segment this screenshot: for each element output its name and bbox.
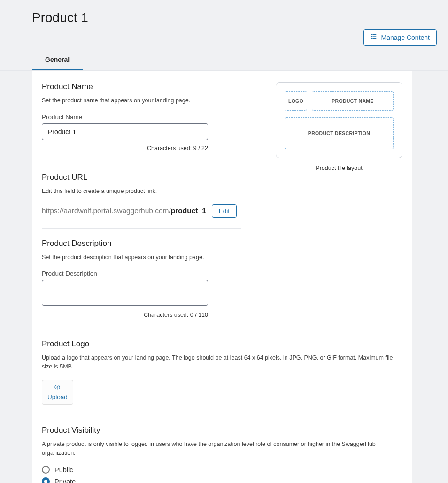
tile-name-box: PRODUCT NAME (312, 91, 394, 111)
product-url-text: https://aardwolf.portal.swaggerhub.com/p… (42, 207, 206, 215)
upload-icon (54, 385, 61, 392)
product-description-input[interactable] (42, 280, 208, 306)
product-logo-help: Upload a logo that appears on your landi… (42, 353, 402, 371)
product-name-title: Product Name (42, 82, 257, 92)
divider (42, 329, 402, 329)
manage-content-button[interactable]: Manage Content (363, 29, 437, 46)
svg-point-0 (371, 34, 372, 35)
divider (42, 415, 402, 415)
product-description-title: Product Description (42, 239, 257, 248)
tab-general[interactable]: General (32, 50, 83, 70)
visibility-private-radio[interactable] (42, 477, 50, 483)
visibility-title: Product Visibility (42, 426, 402, 435)
product-description-help: Set the product description that appears… (42, 253, 257, 262)
visibility-public-radio[interactable] (42, 466, 50, 474)
product-name-input[interactable] (42, 123, 208, 140)
tile-desc-box: PRODUCT DESCRIPTION (285, 117, 394, 149)
svg-point-2 (371, 36, 372, 37)
visibility-private-label: Private (54, 478, 76, 483)
product-name-label: Product Name (42, 114, 257, 121)
product-name-help: Set the product name that appears on you… (42, 96, 257, 105)
product-url-help: Edit this field to create a unique produ… (42, 187, 257, 196)
list-icon (371, 33, 377, 41)
tile-caption: Product tile layout (276, 165, 402, 171)
upload-label: Upload (47, 393, 68, 400)
visibility-help: A private product is only visible to log… (42, 440, 402, 458)
page-title: Product 1 (0, 0, 448, 29)
product-logo-title: Product Logo (42, 339, 402, 349)
tab-bar: General (0, 50, 448, 71)
product-url-title: Product URL (42, 173, 257, 182)
tile-logo-box: LOGO (285, 91, 307, 111)
svg-point-4 (371, 38, 372, 39)
product-name-charcount: Characters used: 9 / 22 (42, 145, 208, 152)
divider (42, 162, 241, 162)
upload-logo-button[interactable]: Upload (42, 380, 73, 405)
manage-content-label: Manage Content (381, 34, 430, 41)
product-description-charcount: Characters used: 0 / 110 (42, 312, 208, 318)
tile-preview: LOGO PRODUCT NAME PRODUCT DESCRIPTION (276, 82, 402, 158)
product-description-label: Product Description (42, 270, 257, 277)
divider (42, 228, 241, 229)
edit-url-button[interactable]: Edit (212, 204, 237, 218)
visibility-public-label: Public (54, 466, 73, 474)
